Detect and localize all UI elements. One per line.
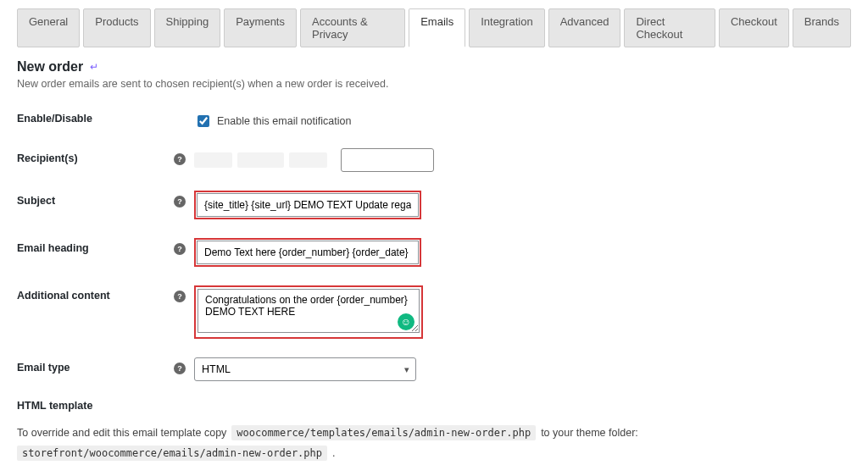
email-heading-input[interactable] xyxy=(197,241,419,264)
page-description: New order emails are sent to chosen reci… xyxy=(17,78,851,90)
redacted-recipient xyxy=(237,152,284,168)
subject-input[interactable] xyxy=(197,193,419,217)
tab-advanced[interactable]: Advanced xyxy=(548,8,621,47)
emoji-picker-icon[interactable]: ☺ xyxy=(398,313,415,330)
template-dst-path: storefront/woocommerce/emails/admin-new-… xyxy=(17,446,327,461)
template-src-path: woocommerce/templates/emails/admin-new-o… xyxy=(231,425,536,440)
recipients-input[interactable] xyxy=(341,148,434,172)
help-icon[interactable]: ? xyxy=(174,196,186,208)
back-link-icon[interactable]: ↵ xyxy=(90,61,98,73)
tab-shipping[interactable]: Shipping xyxy=(154,8,221,47)
help-icon[interactable]: ? xyxy=(174,363,186,374)
label-email-type: Email type xyxy=(17,357,174,374)
tab-payments[interactable]: Payments xyxy=(224,8,297,47)
html-template-heading: HTML template xyxy=(17,400,851,412)
help-icon[interactable]: ? xyxy=(174,153,186,165)
tab-checkout[interactable]: Checkout xyxy=(719,8,789,47)
help-icon[interactable]: ? xyxy=(174,291,186,302)
tab-integration[interactable]: Integration xyxy=(469,8,544,47)
email-type-select[interactable]: HTML xyxy=(194,357,416,381)
tab-general[interactable]: General xyxy=(17,8,80,47)
redacted-recipient xyxy=(194,152,232,168)
label-subject: Subject xyxy=(17,191,174,207)
template-override-line: To override and edit this email template… xyxy=(17,425,851,461)
tab-brands[interactable]: Brands xyxy=(793,8,851,47)
tab-direct-checkout[interactable]: Direct Checkout xyxy=(624,8,715,47)
enable-checkbox-label: Enable this email notification xyxy=(217,115,351,127)
tabs-nav: General Products Shipping Payments Accou… xyxy=(17,8,851,47)
label-recipients: Recipient(s) xyxy=(17,148,174,164)
label-email-heading: Email heading xyxy=(17,238,174,254)
page-title: New order xyxy=(17,59,83,75)
additional-content-textarea[interactable] xyxy=(198,289,420,333)
tab-emails[interactable]: Emails xyxy=(409,8,465,47)
help-icon[interactable]: ? xyxy=(174,243,186,255)
tab-accounts-privacy[interactable]: Accounts & Privacy xyxy=(300,8,405,47)
label-additional-content: Additional content xyxy=(17,285,174,302)
enable-checkbox[interactable] xyxy=(198,115,209,127)
redacted-recipient xyxy=(289,152,327,168)
label-enable: Enable/Disable xyxy=(17,108,174,125)
tab-products[interactable]: Products xyxy=(83,8,150,47)
